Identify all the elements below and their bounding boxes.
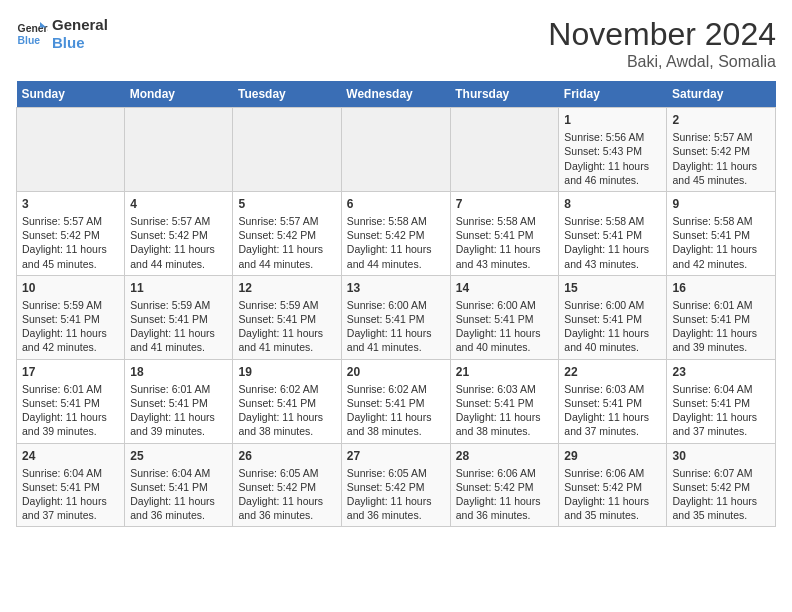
calendar-day-cell: 12Sunrise: 5:59 AM Sunset: 5:41 PM Dayli… xyxy=(233,275,341,359)
calendar-day-cell: 23Sunrise: 6:04 AM Sunset: 5:41 PM Dayli… xyxy=(667,359,776,443)
calendar-day-cell: 7Sunrise: 5:58 AM Sunset: 5:41 PM Daylig… xyxy=(450,191,559,275)
calendar-week-row: 10Sunrise: 5:59 AM Sunset: 5:41 PM Dayli… xyxy=(17,275,776,359)
calendar-day-cell: 29Sunrise: 6:06 AM Sunset: 5:42 PM Dayli… xyxy=(559,443,667,527)
day-info: Sunrise: 5:58 AM Sunset: 5:41 PM Dayligh… xyxy=(564,214,661,271)
calendar-day-cell: 5Sunrise: 5:57 AM Sunset: 5:42 PM Daylig… xyxy=(233,191,341,275)
title-block: November 2024 Baki, Awdal, Somalia xyxy=(548,16,776,71)
day-info: Sunrise: 6:01 AM Sunset: 5:41 PM Dayligh… xyxy=(130,382,227,439)
calendar-header: SundayMondayTuesdayWednesdayThursdayFrid… xyxy=(17,81,776,108)
calendar-day-cell xyxy=(233,108,341,192)
day-info: Sunrise: 5:56 AM Sunset: 5:43 PM Dayligh… xyxy=(564,130,661,187)
calendar-week-row: 24Sunrise: 6:04 AM Sunset: 5:41 PM Dayli… xyxy=(17,443,776,527)
day-number: 6 xyxy=(347,196,445,212)
day-number: 30 xyxy=(672,448,770,464)
day-info: Sunrise: 6:06 AM Sunset: 5:42 PM Dayligh… xyxy=(564,466,661,523)
day-info: Sunrise: 6:05 AM Sunset: 5:42 PM Dayligh… xyxy=(347,466,445,523)
day-number: 20 xyxy=(347,364,445,380)
day-info: Sunrise: 6:05 AM Sunset: 5:42 PM Dayligh… xyxy=(238,466,335,523)
calendar-day-cell: 9Sunrise: 5:58 AM Sunset: 5:41 PM Daylig… xyxy=(667,191,776,275)
calendar-week-row: 17Sunrise: 6:01 AM Sunset: 5:41 PM Dayli… xyxy=(17,359,776,443)
header-saturday: Saturday xyxy=(667,81,776,108)
day-number: 5 xyxy=(238,196,335,212)
day-number: 26 xyxy=(238,448,335,464)
calendar-day-cell: 4Sunrise: 5:57 AM Sunset: 5:42 PM Daylig… xyxy=(125,191,233,275)
calendar-day-cell: 24Sunrise: 6:04 AM Sunset: 5:41 PM Dayli… xyxy=(17,443,125,527)
calendar-day-cell: 20Sunrise: 6:02 AM Sunset: 5:41 PM Dayli… xyxy=(341,359,450,443)
day-number: 13 xyxy=(347,280,445,296)
day-info: Sunrise: 6:03 AM Sunset: 5:41 PM Dayligh… xyxy=(564,382,661,439)
calendar-day-cell: 21Sunrise: 6:03 AM Sunset: 5:41 PM Dayli… xyxy=(450,359,559,443)
calendar-day-cell: 30Sunrise: 6:07 AM Sunset: 5:42 PM Dayli… xyxy=(667,443,776,527)
day-info: Sunrise: 5:57 AM Sunset: 5:42 PM Dayligh… xyxy=(22,214,119,271)
day-number: 19 xyxy=(238,364,335,380)
calendar-week-row: 1Sunrise: 5:56 AM Sunset: 5:43 PM Daylig… xyxy=(17,108,776,192)
day-number: 22 xyxy=(564,364,661,380)
day-number: 4 xyxy=(130,196,227,212)
day-info: Sunrise: 6:04 AM Sunset: 5:41 PM Dayligh… xyxy=(22,466,119,523)
day-number: 16 xyxy=(672,280,770,296)
calendar-body: 1Sunrise: 5:56 AM Sunset: 5:43 PM Daylig… xyxy=(17,108,776,527)
day-info: Sunrise: 6:07 AM Sunset: 5:42 PM Dayligh… xyxy=(672,466,770,523)
calendar-day-cell: 14Sunrise: 6:00 AM Sunset: 5:41 PM Dayli… xyxy=(450,275,559,359)
day-number: 17 xyxy=(22,364,119,380)
calendar-day-cell: 1Sunrise: 5:56 AM Sunset: 5:43 PM Daylig… xyxy=(559,108,667,192)
header-wednesday: Wednesday xyxy=(341,81,450,108)
day-number: 1 xyxy=(564,112,661,128)
calendar-day-cell: 18Sunrise: 6:01 AM Sunset: 5:41 PM Dayli… xyxy=(125,359,233,443)
header-thursday: Thursday xyxy=(450,81,559,108)
calendar-day-cell xyxy=(450,108,559,192)
logo: General Blue General Blue xyxy=(16,16,108,52)
day-info: Sunrise: 6:03 AM Sunset: 5:41 PM Dayligh… xyxy=(456,382,554,439)
day-info: Sunrise: 5:57 AM Sunset: 5:42 PM Dayligh… xyxy=(130,214,227,271)
logo-line1: General xyxy=(52,16,108,34)
day-number: 27 xyxy=(347,448,445,464)
calendar-day-cell xyxy=(17,108,125,192)
day-info: Sunrise: 6:04 AM Sunset: 5:41 PM Dayligh… xyxy=(130,466,227,523)
day-number: 3 xyxy=(22,196,119,212)
day-number: 14 xyxy=(456,280,554,296)
day-number: 2 xyxy=(672,112,770,128)
header-monday: Monday xyxy=(125,81,233,108)
day-info: Sunrise: 5:57 AM Sunset: 5:42 PM Dayligh… xyxy=(238,214,335,271)
calendar-day-cell: 27Sunrise: 6:05 AM Sunset: 5:42 PM Dayli… xyxy=(341,443,450,527)
calendar-day-cell: 15Sunrise: 6:00 AM Sunset: 5:41 PM Dayli… xyxy=(559,275,667,359)
day-number: 9 xyxy=(672,196,770,212)
day-info: Sunrise: 5:58 AM Sunset: 5:41 PM Dayligh… xyxy=(456,214,554,271)
day-info: Sunrise: 5:57 AM Sunset: 5:42 PM Dayligh… xyxy=(672,130,770,187)
day-info: Sunrise: 5:58 AM Sunset: 5:42 PM Dayligh… xyxy=(347,214,445,271)
day-number: 28 xyxy=(456,448,554,464)
day-info: Sunrise: 5:59 AM Sunset: 5:41 PM Dayligh… xyxy=(130,298,227,355)
calendar-day-cell: 11Sunrise: 5:59 AM Sunset: 5:41 PM Dayli… xyxy=(125,275,233,359)
calendar-day-cell: 25Sunrise: 6:04 AM Sunset: 5:41 PM Dayli… xyxy=(125,443,233,527)
day-number: 24 xyxy=(22,448,119,464)
day-info: Sunrise: 6:04 AM Sunset: 5:41 PM Dayligh… xyxy=(672,382,770,439)
day-info: Sunrise: 5:59 AM Sunset: 5:41 PM Dayligh… xyxy=(238,298,335,355)
calendar-day-cell: 28Sunrise: 6:06 AM Sunset: 5:42 PM Dayli… xyxy=(450,443,559,527)
day-info: Sunrise: 6:02 AM Sunset: 5:41 PM Dayligh… xyxy=(347,382,445,439)
logo-line2: Blue xyxy=(52,34,108,52)
calendar-day-cell: 22Sunrise: 6:03 AM Sunset: 5:41 PM Dayli… xyxy=(559,359,667,443)
calendar-day-cell: 13Sunrise: 6:00 AM Sunset: 5:41 PM Dayli… xyxy=(341,275,450,359)
day-info: Sunrise: 6:06 AM Sunset: 5:42 PM Dayligh… xyxy=(456,466,554,523)
page-title: November 2024 xyxy=(548,16,776,53)
day-info: Sunrise: 6:00 AM Sunset: 5:41 PM Dayligh… xyxy=(564,298,661,355)
day-number: 23 xyxy=(672,364,770,380)
calendar-day-cell: 8Sunrise: 5:58 AM Sunset: 5:41 PM Daylig… xyxy=(559,191,667,275)
day-number: 11 xyxy=(130,280,227,296)
page-subtitle: Baki, Awdal, Somalia xyxy=(548,53,776,71)
calendar-day-cell: 3Sunrise: 5:57 AM Sunset: 5:42 PM Daylig… xyxy=(17,191,125,275)
calendar-day-cell: 16Sunrise: 6:01 AM Sunset: 5:41 PM Dayli… xyxy=(667,275,776,359)
day-info: Sunrise: 6:00 AM Sunset: 5:41 PM Dayligh… xyxy=(456,298,554,355)
calendar-day-cell xyxy=(341,108,450,192)
day-number: 18 xyxy=(130,364,227,380)
header-tuesday: Tuesday xyxy=(233,81,341,108)
day-info: Sunrise: 6:00 AM Sunset: 5:41 PM Dayligh… xyxy=(347,298,445,355)
day-info: Sunrise: 6:01 AM Sunset: 5:41 PM Dayligh… xyxy=(22,382,119,439)
calendar-day-cell: 26Sunrise: 6:05 AM Sunset: 5:42 PM Dayli… xyxy=(233,443,341,527)
day-info: Sunrise: 6:01 AM Sunset: 5:41 PM Dayligh… xyxy=(672,298,770,355)
svg-text:Blue: Blue xyxy=(18,35,41,46)
calendar-week-row: 3Sunrise: 5:57 AM Sunset: 5:42 PM Daylig… xyxy=(17,191,776,275)
page-header: General Blue General Blue November 2024 … xyxy=(16,16,776,71)
calendar-day-cell xyxy=(125,108,233,192)
day-number: 10 xyxy=(22,280,119,296)
